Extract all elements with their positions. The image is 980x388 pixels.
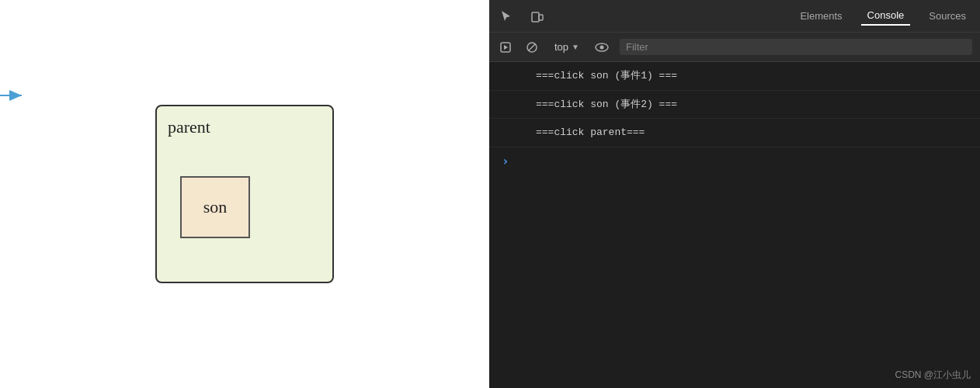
tab-sources[interactable]: Sources — [923, 7, 972, 25]
arrow-icon — [0, 84, 31, 107]
son-box[interactable]: son — [180, 176, 250, 238]
parent-label: parent — [168, 117, 321, 137]
son-label: son — [203, 197, 228, 217]
console-input-line[interactable]: › — [489, 147, 980, 175]
svg-marker-5 — [504, 45, 508, 50]
devtools-topbar: Elements Console Sources — [489, 0, 980, 33]
devtools-panel: Elements Console Sources top ▼ — [489, 0, 980, 388]
devtools-toolbar: top ▼ — [489, 33, 980, 62]
tab-console[interactable]: Console — [861, 6, 911, 26]
console-line-1: ===click son (事件1) === — [489, 62, 980, 91]
parent-box[interactable]: parent son — [155, 105, 334, 283]
context-selector[interactable]: top ▼ — [550, 40, 584, 54]
console-line-2: ===click son (事件2) === — [489, 91, 980, 120]
cursor-icon[interactable] — [497, 7, 516, 26]
watermark: CSDN @江小虫儿 — [895, 369, 971, 382]
eye-icon[interactable] — [593, 39, 610, 56]
dropdown-arrow-icon: ▼ — [572, 43, 579, 51]
block-icon[interactable] — [523, 39, 540, 56]
play-button[interactable] — [497, 39, 514, 56]
console-prompt-icon: › — [502, 154, 509, 168]
filter-input[interactable] — [620, 39, 972, 55]
svg-rect-2 — [532, 12, 539, 22]
tab-elements[interactable]: Elements — [794, 7, 848, 25]
device-icon[interactable] — [528, 7, 547, 26]
svg-rect-3 — [539, 15, 543, 20]
console-line-3: ===click parent=== — [489, 119, 980, 147]
console-output: ===click son (事件1) === ===click son (事件2… — [489, 62, 980, 388]
svg-point-9 — [599, 45, 603, 49]
svg-line-7 — [529, 43, 536, 50]
context-label: top — [554, 41, 568, 53]
left-panel: parent son — [0, 0, 489, 388]
